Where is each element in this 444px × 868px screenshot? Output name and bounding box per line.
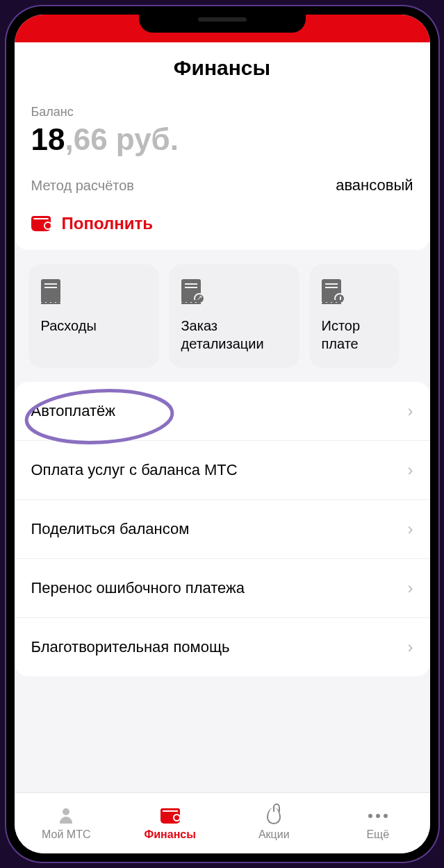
chevron-right-icon: › bbox=[408, 460, 413, 480]
nav-my-mts[interactable]: Мой МТС bbox=[15, 793, 119, 853]
nav-promotions[interactable]: Акции bbox=[222, 793, 327, 853]
wallet-icon bbox=[31, 216, 51, 231]
person-icon bbox=[58, 806, 74, 826]
method-label: Метод расчётов bbox=[31, 178, 134, 194]
balance-label: Баланс bbox=[31, 105, 413, 119]
menu-label: Оплата услуг с баланса МТС bbox=[31, 461, 238, 479]
menu-list: Автоплатёж › Оплата услуг с баланса МТС … bbox=[15, 382, 430, 676]
menu-item-autopayment[interactable]: Автоплатёж › bbox=[15, 382, 430, 441]
chevron-right-icon: › bbox=[408, 637, 413, 657]
chevron-right-icon: › bbox=[408, 519, 413, 539]
page-header: Финансы bbox=[15, 42, 430, 94]
menu-label: Автоплатёж bbox=[31, 402, 115, 420]
topup-button[interactable]: Пополнить bbox=[31, 214, 413, 233]
balance-integer: 18 bbox=[31, 122, 65, 156]
wallet-icon bbox=[161, 806, 180, 826]
bottom-navigation: Мой МТС Финансы Акции Ещё bbox=[15, 792, 430, 853]
menu-item-charity[interactable]: Благотворительная помощь › bbox=[15, 618, 430, 676]
receipt-share-icon bbox=[181, 279, 205, 303]
receipt-history-icon bbox=[322, 279, 345, 303]
fire-icon bbox=[267, 806, 281, 826]
nav-finances[interactable]: Финансы bbox=[118, 793, 222, 853]
menu-item-transfer-payment[interactable]: Перенос ошибочного платежа › bbox=[15, 559, 430, 618]
phone-frame: Финансы Баланс 18,66 руб. Метод расчётов… bbox=[6, 6, 438, 862]
tile-label: Расходы bbox=[41, 317, 147, 335]
nav-label: Ещё bbox=[366, 828, 389, 841]
tile-label: Истор плате bbox=[322, 317, 387, 353]
nav-more[interactable]: Ещё bbox=[326, 793, 430, 853]
page-title: Финансы bbox=[174, 56, 270, 80]
receipt-icon bbox=[41, 279, 65, 303]
menu-label: Благотворительная помощь bbox=[31, 638, 230, 656]
menu-item-pay-from-balance[interactable]: Оплата услуг с баланса МТС › bbox=[15, 441, 430, 500]
nav-label: Мой МТС bbox=[42, 828, 90, 841]
payment-method-row: Метод расчётов авансовый bbox=[31, 176, 413, 194]
nav-label: Финансы bbox=[145, 828, 196, 841]
tile-detail-order[interactable]: Заказ детализации bbox=[169, 264, 299, 368]
menu-label: Перенос ошибочного платежа bbox=[31, 579, 245, 597]
tile-label: Заказ детализации bbox=[181, 317, 287, 353]
chevron-right-icon: › bbox=[408, 401, 413, 421]
phone-notch bbox=[139, 6, 306, 33]
screen: Финансы Баланс 18,66 руб. Метод расчётов… bbox=[15, 15, 430, 853]
more-dots-icon bbox=[368, 806, 388, 826]
method-value: авансовый bbox=[336, 176, 413, 194]
balance-card: Баланс 18,66 руб. Метод расчётов авансов… bbox=[15, 94, 430, 250]
menu-label: Поделиться балансом bbox=[31, 520, 190, 538]
balance-amount: 18,66 руб. bbox=[31, 122, 413, 157]
menu-item-share-balance[interactable]: Поделиться балансом › bbox=[15, 500, 430, 559]
tile-payment-history[interactable]: Истор плате bbox=[309, 264, 400, 368]
balance-fraction: ,66 руб. bbox=[65, 122, 179, 156]
topup-label: Пополнить bbox=[62, 214, 153, 233]
chevron-right-icon: › bbox=[408, 578, 413, 598]
content-area[interactable]: Баланс 18,66 руб. Метод расчётов авансов… bbox=[15, 94, 430, 792]
nav-label: Акции bbox=[258, 828, 290, 841]
tile-expenses[interactable]: Расходы bbox=[28, 264, 159, 368]
action-tiles[interactable]: Расходы Заказ детализации Истор плате bbox=[28, 264, 416, 368]
